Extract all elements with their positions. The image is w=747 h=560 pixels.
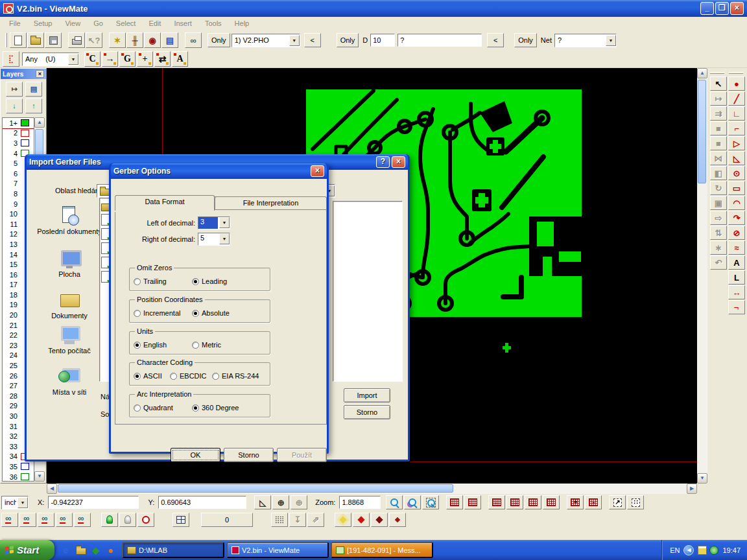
internet-explorer[interactable]: e [60, 544, 72, 556]
radio-metric[interactable]: Metric [192, 341, 221, 349]
vertical-scroll-thumb[interactable] [698, 80, 706, 183]
right-of-decimal-combo[interactable]: 5 ▼ [198, 233, 230, 246]
tab-data-format[interactable]: Data Format [115, 195, 215, 211]
chevron-down-icon[interactable]: ▼ [68, 54, 78, 65]
firefox[interactable]: ● [104, 544, 117, 556]
language-indicator[interactable]: EN [670, 546, 680, 554]
center-view[interactable]: ⊕ [272, 495, 289, 509]
view-layers-list[interactable] [19, 513, 36, 527]
save-file[interactable] [45, 32, 62, 48]
film-move-up[interactable]: ↑ [543, 495, 560, 509]
only-layer-button[interactable]: Only [208, 33, 230, 47]
chevron-down-icon[interactable]: ▼ [18, 497, 28, 508]
highlight-net[interactable]: ⇄ [154, 51, 171, 67]
task-v2-bin-viewmate[interactable]: V2.bin - ViewMate [226, 542, 329, 558]
draw-rectangle[interactable]: ▭ [728, 181, 745, 195]
snap-grid[interactable] [271, 513, 288, 527]
highlight-gerber[interactable]: G [119, 51, 136, 67]
draw-text[interactable]: A [728, 255, 745, 270]
y-coordinate-field[interactable]: 0.690643 [158, 496, 246, 509]
draw-label[interactable]: L [728, 270, 745, 285]
close-icon[interactable]: × [392, 156, 405, 168]
layer-row[interactable]: 2 [3, 128, 34, 139]
draw-corner-trace[interactable]: ⌐ [728, 121, 745, 135]
draw-line[interactable]: ╱ [728, 91, 745, 106]
x-coordinate-field[interactable]: -0.942237 [48, 496, 139, 509]
tab-file-interpretation[interactable]: File Interpretation [215, 196, 327, 209]
stretch-select[interactable]: ↗ [609, 495, 626, 509]
move-layer-down[interactable]: ↓ [6, 99, 23, 113]
vector-path[interactable]: ⇗ [307, 513, 324, 527]
zoom-dcode[interactable] [404, 495, 421, 509]
view-dcodes[interactable] [1, 513, 18, 527]
draw-circle[interactable]: ⊙ [728, 166, 745, 180]
draw-chord-arc[interactable]: ◠ [728, 196, 745, 210]
highlight-text[interactable]: A [172, 51, 188, 67]
highlight-ring[interactable] [137, 513, 154, 527]
shear-tool[interactable]: ◧ [710, 166, 727, 180]
messenger-icon[interactable] [709, 546, 718, 555]
anchor-point[interactable]: ↧ [289, 513, 306, 527]
draw-polyline[interactable]: ∟ [728, 106, 745, 121]
help-icon[interactable]: ? [376, 156, 390, 168]
apply-button[interactable]: Použít [277, 448, 327, 462]
palette-handle[interactable] [710, 72, 724, 74]
horizontal-scrollbar[interactable]: ◀ ▶ [47, 484, 697, 494]
toolbar-handle[interactable] [5, 33, 7, 47]
radio-quadrant[interactable]: Quadrant [134, 404, 173, 412]
close-button[interactable]: × [730, 2, 744, 15]
only-dcode-button[interactable]: Only [337, 33, 359, 47]
minimize-button[interactable]: _ [700, 2, 714, 15]
array-tool[interactable]: ▣ [710, 196, 727, 210]
radio-eia-rs-244[interactable]: EIA RS-244 [212, 372, 259, 380]
menu-edit[interactable]: Edit [142, 18, 167, 29]
context-help[interactable]: ↖? [86, 32, 102, 48]
film-move-down[interactable]: ↓ [525, 495, 541, 509]
help-book[interactable]: ◆ [89, 544, 102, 556]
goto-item[interactable]: → [102, 51, 118, 67]
swap-layers[interactable]: ⇅ [710, 226, 727, 240]
radio-360-degree[interactable]: 360 Degree [192, 404, 239, 412]
layer-row[interactable]: 1+ [3, 118, 34, 128]
measure-glasses[interactable]: ∞ [185, 32, 202, 48]
redraw-flash[interactable]: ✶ [109, 32, 126, 48]
flash-dark[interactable] [371, 513, 388, 527]
selection-anchor-button[interactable]: ⣏ [3, 51, 19, 67]
new-file[interactable] [10, 32, 27, 48]
radio-incremental[interactable]: Incremental [134, 309, 180, 317]
menu-view[interactable]: View [58, 18, 87, 29]
dcode-input[interactable]: 10 [370, 34, 395, 47]
highlight-off[interactable] [119, 513, 136, 527]
radio-absolute[interactable]: Absolute [192, 309, 230, 317]
start-button[interactable]: Start [0, 540, 54, 560]
view-selection[interactable] [56, 513, 73, 527]
task-191-482-091-mess[interactable]: [191-482-091] - Mess... [331, 542, 433, 558]
item-properties[interactable]: ∗ [710, 240, 727, 255]
place-desktop[interactable]: Plocha [34, 249, 104, 278]
zoom-window[interactable] [422, 495, 439, 509]
unit-combo[interactable]: inch ▼ [1, 496, 29, 509]
chevron-down-icon[interactable]: ▼ [219, 217, 230, 228]
active-layer-combo[interactable]: 1) V2.PHO ▼ [231, 34, 300, 47]
film-colors[interactable]: ▤ [161, 32, 178, 48]
rotate-tool[interactable]: ↻ [710, 181, 727, 195]
draw-triangle[interactable]: ◺ [728, 151, 745, 165]
scroll-right-icon[interactable]: ▶ [687, 484, 697, 494]
chevron-down-icon[interactable]: ▼ [606, 35, 616, 46]
undo[interactable]: ↶ [710, 255, 727, 270]
dcode-query-input[interactable]: ? [397, 34, 482, 47]
only-net-button[interactable]: Only [514, 33, 537, 47]
dock-layer-bar[interactable]: ↦ [6, 82, 23, 97]
menu-file[interactable]: File [3, 18, 27, 29]
view-composites[interactable] [74, 513, 91, 527]
notes-icon[interactable] [698, 546, 707, 555]
draw-ellipse[interactable]: ⊘ [728, 226, 745, 240]
mirror-tool[interactable]: ⋈ [710, 151, 727, 165]
flash-highlight[interactable] [335, 513, 351, 527]
storno-button[interactable]: Storno [344, 405, 390, 419]
scroll-left-icon[interactable]: ◀ [47, 484, 57, 494]
grid-settings[interactable] [464, 495, 481, 509]
draw-pad[interactable]: ● [728, 76, 745, 91]
draw-arc[interactable]: ↷ [728, 211, 745, 225]
radio-ascii[interactable]: ASCII [134, 372, 162, 380]
